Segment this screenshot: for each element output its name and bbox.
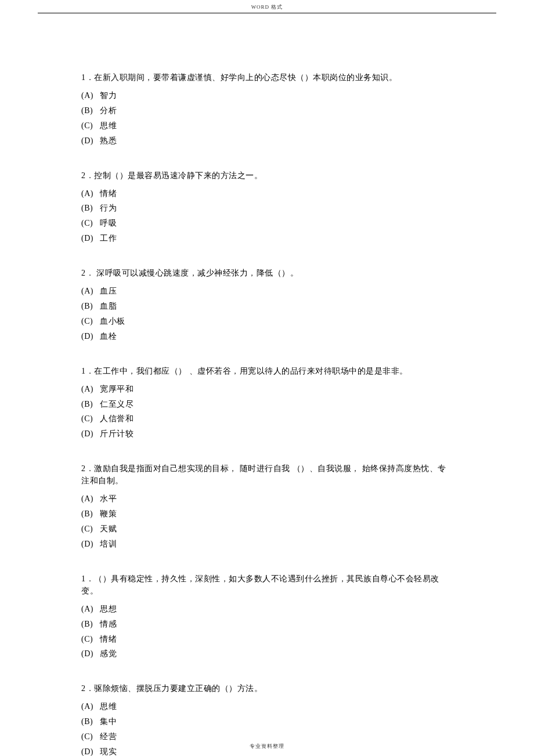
option: (A)血压 — [81, 284, 453, 299]
option: (D)感觉 — [81, 646, 453, 661]
question-text: 2．激励自我是指面对自己想实现的目标， 随时进行自我 （）、自我说服， 始终保持… — [81, 462, 453, 487]
question-block: 2． 深呼吸可以减慢心跳速度，减少神经张力，降低（）。 (A)血压 (B)血脂 … — [81, 267, 453, 344]
option-label: (A) — [81, 699, 100, 714]
option-text: 情感 — [100, 620, 117, 628]
option-text: 智力 — [100, 91, 117, 100]
option-label: (A) — [81, 284, 100, 299]
question-text: 2．控制（）是最容易迅速冷静下来的方法之一。 — [81, 169, 453, 182]
option: (D)血栓 — [81, 329, 453, 344]
option: (C)天赋 — [81, 522, 453, 537]
option-text: 天赋 — [100, 525, 117, 533]
option-text: 宽厚平和 — [100, 385, 134, 393]
option-label: (B) — [81, 299, 100, 314]
question-block: 2．激励自我是指面对自己想实现的目标， 随时进行自我 （）、自我说服， 始终保持… — [81, 462, 453, 552]
option-text: 行为 — [100, 204, 117, 212]
option: (B)分析 — [81, 103, 453, 118]
option: (B)集中 — [81, 714, 453, 729]
option-text: 思维 — [100, 702, 117, 711]
option: (A)思维 — [81, 699, 453, 714]
option: (C)呼吸 — [81, 216, 453, 231]
option-text: 血栓 — [100, 332, 117, 341]
option: (C)人信誉和 — [81, 411, 453, 426]
option-label: (C) — [81, 118, 100, 133]
option-label: (D) — [81, 537, 100, 552]
option-text: 呼吸 — [100, 219, 117, 227]
option: (A)情绪 — [81, 186, 453, 201]
option-text: 血小板 — [100, 317, 125, 325]
option-label: (B) — [81, 103, 100, 118]
option-text: 水平 — [100, 494, 117, 503]
option: (B)血脂 — [81, 299, 453, 314]
option-label: (C) — [81, 314, 100, 329]
option-text: 思维 — [100, 121, 117, 130]
option-label: (B) — [81, 714, 100, 729]
footer-text: 专业资料整理 — [0, 743, 534, 750]
option: (B)行为 — [81, 201, 453, 216]
option-label: (A) — [81, 491, 100, 507]
option-label: (B) — [81, 201, 100, 216]
question-text: 2． 深呼吸可以减慢心跳速度，减少神经张力，降低（）。 — [81, 267, 453, 279]
option: (D)培训 — [81, 537, 453, 552]
option-label: (C) — [81, 411, 100, 426]
option-label: (D) — [81, 426, 100, 442]
option-text: 情绪 — [100, 189, 117, 198]
option-text: 情绪 — [100, 635, 117, 643]
option-text: 集中 — [100, 717, 117, 726]
option-label: (C) — [81, 522, 100, 537]
option-label: (B) — [81, 617, 100, 632]
option-label: (C) — [81, 632, 100, 647]
question-block: 1．在工作中，我们都应（） 、虚怀若谷，用宽以待人的品行来对待职场中的是是非非。… — [81, 365, 453, 442]
option: (D)斤斤计较 — [81, 426, 453, 442]
option-text: 分析 — [100, 106, 117, 115]
option-text: 血脂 — [100, 302, 117, 310]
option-text: 思想 — [100, 605, 117, 613]
option-label: (C) — [81, 216, 100, 231]
question-text: 1．（）具有稳定性，持久性，深刻性，如大多数人不论遇到什么挫折，其民族自尊心不会… — [81, 573, 453, 597]
option-text: 工作 — [100, 234, 117, 243]
option-label: (B) — [81, 397, 100, 412]
option-text: 人信誉和 — [100, 414, 134, 423]
option-text: 仁至义尽 — [100, 400, 134, 408]
option-label: (A) — [81, 186, 100, 201]
option: (C)思维 — [81, 118, 453, 133]
option: (B)鞭策 — [81, 507, 453, 522]
option: (D)熟悉 — [81, 133, 453, 149]
option: (C)血小板 — [81, 314, 453, 329]
option: (A)水平 — [81, 491, 453, 507]
option-text: 熟悉 — [100, 136, 117, 145]
option-label: (D) — [81, 646, 100, 661]
option-label: (A) — [81, 382, 100, 397]
question-text: 1．在工作中，我们都应（） 、虚怀若谷，用宽以待人的品行来对待职场中的是是非非。 — [81, 365, 453, 377]
option-text: 经营 — [100, 732, 117, 741]
option: (C)情绪 — [81, 632, 453, 647]
option-text: 血压 — [100, 287, 117, 295]
option-label: (A) — [81, 602, 100, 617]
option: (A)智力 — [81, 88, 453, 103]
question-block: 2．控制（）是最容易迅速冷静下来的方法之一。 (A)情绪 (B)行为 (C)呼吸… — [81, 169, 453, 247]
option-text: 培训 — [100, 540, 117, 548]
question-text: 2．驱除烦恼、摆脱压力要建立正确的（）方法。 — [81, 682, 453, 694]
content-area: 1．在新入职期间，要带着谦虚谨慎、好学向上的心态尽快（）本职岗位的业务知识。 (… — [0, 13, 534, 756]
question-block: 1．在新入职期间，要带着谦虚谨慎、好学向上的心态尽快（）本职岗位的业务知识。 (… — [81, 71, 453, 149]
option-text: 斤斤计较 — [100, 429, 134, 438]
option-text: 感觉 — [100, 649, 117, 658]
question-text: 1．在新入职期间，要带着谦虚谨慎、好学向上的心态尽快（）本职岗位的业务知识。 — [81, 71, 453, 84]
option: (A)思想 — [81, 602, 453, 617]
option-label: (D) — [81, 133, 100, 149]
option-label: (D) — [81, 329, 100, 344]
option: (B)情感 — [81, 617, 453, 632]
option-label: (D) — [81, 231, 100, 246]
option: (A)宽厚平和 — [81, 382, 453, 397]
header-text: WORD 格式 — [0, 0, 534, 13]
option-label: (B) — [81, 507, 100, 522]
option-label: (A) — [81, 88, 100, 103]
option-text: 鞭策 — [100, 509, 117, 518]
question-block: 1．（）具有稳定性，持久性，深刻性，如大多数人不论遇到什么挫折，其民族自尊心不会… — [81, 573, 453, 662]
option: (B)仁至义尽 — [81, 397, 453, 412]
option: (D)工作 — [81, 231, 453, 246]
